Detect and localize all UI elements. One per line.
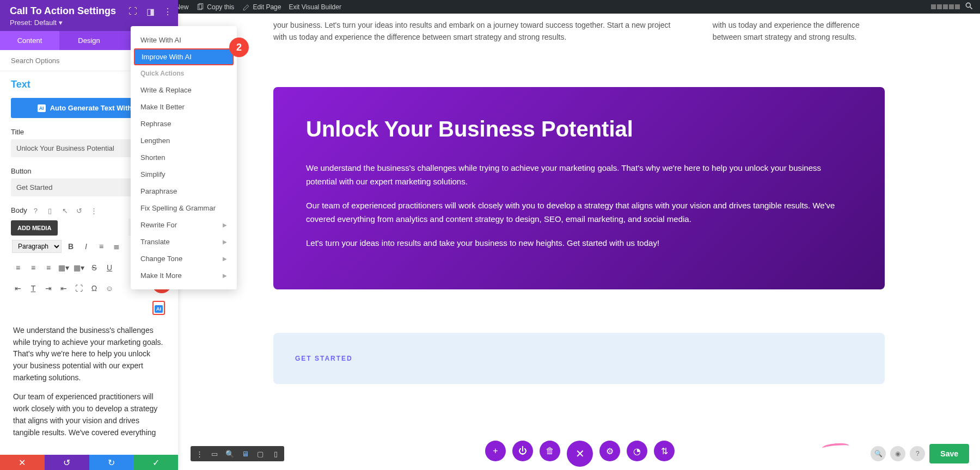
add-button[interactable]: + bbox=[485, 441, 506, 461]
more-icon[interactable]: ⋮ bbox=[195, 449, 204, 458]
search-icon[interactable] bbox=[965, 2, 976, 12]
align-center-icon[interactable]: ≡ bbox=[27, 262, 39, 274]
exit-vb-button[interactable]: Exit Visual Builder bbox=[289, 3, 341, 11]
trash-button[interactable]: 🗑 bbox=[540, 441, 560, 461]
menu-quick-actions-header: Quick Actions bbox=[131, 65, 237, 82]
edit-page-button[interactable]: Edit Page bbox=[242, 3, 281, 11]
fullscreen-icon[interactable]: ⛶ bbox=[73, 282, 85, 294]
align-left-icon[interactable]: ≡ bbox=[12, 262, 24, 274]
cancel-button[interactable]: ✕ bbox=[0, 455, 45, 470]
svg-point-5 bbox=[966, 3, 970, 7]
get-started-section[interactable]: GET STARTED bbox=[273, 333, 885, 384]
menu-rephrase[interactable]: Rephrase bbox=[131, 115, 237, 132]
menu-shorten[interactable]: Shorten bbox=[131, 149, 237, 166]
add-media-button[interactable]: ADD MEDIA bbox=[11, 220, 58, 236]
layers-icon[interactable]: ◉ bbox=[890, 446, 905, 461]
chevron-right-icon: ▶ bbox=[223, 239, 227, 245]
builder-bottom-bar: ⋮ ▭ 🔍 🖥 ▢ ▯ + ⏻ 🗑 ✕ ⚙ ◔ ⇅ 🔍 ◉ ? Save bbox=[191, 444, 969, 463]
menu-write-with-ai[interactable]: Write With AI bbox=[131, 32, 237, 48]
menu-rewrite-for[interactable]: Rewrite For▶ bbox=[131, 217, 237, 233]
menu-write-replace[interactable]: Write & Replace bbox=[131, 82, 237, 98]
indent-left-icon[interactable]: ⇥ bbox=[42, 282, 54, 294]
paragraph-select[interactable]: Paragraph bbox=[12, 240, 62, 253]
underline-icon[interactable]: U bbox=[103, 262, 115, 274]
menu-make-better[interactable]: Make It Better bbox=[131, 98, 237, 115]
zoom-icon[interactable]: 🔍 bbox=[225, 449, 234, 458]
menu-lengthen[interactable]: Lengthen bbox=[131, 132, 237, 149]
menu-fix-spelling[interactable]: Fix Spelling & Grammar bbox=[131, 200, 237, 217]
save-button[interactable]: ✓ bbox=[133, 455, 178, 470]
menu-make-it-more[interactable]: Make It More▶ bbox=[131, 267, 237, 284]
cta-paragraph: We understand the business's challenges … bbox=[306, 161, 852, 189]
cta-module[interactable]: Unlock Your Business Potential We unders… bbox=[273, 87, 885, 290]
indent-right-icon[interactable]: ⇤ bbox=[58, 282, 70, 294]
tab-content[interactable]: Content bbox=[0, 31, 59, 50]
ai-context-menu: Write With AI Improve With AI 2 Quick Ac… bbox=[131, 26, 237, 289]
settings-button[interactable]: ⚙ bbox=[599, 441, 620, 461]
menu-paraphrase[interactable]: Paraphrase bbox=[131, 183, 237, 200]
user-avatar[interactable] bbox=[930, 4, 960, 10]
close-builder-button[interactable]: ✕ bbox=[567, 441, 593, 467]
redo-button[interactable]: ↻ bbox=[89, 455, 134, 470]
dock-icon[interactable]: ◨ bbox=[145, 7, 155, 16]
menu-improve-with-ai[interactable]: Improve With AI bbox=[134, 48, 234, 65]
chevron-right-icon: ▶ bbox=[223, 256, 227, 262]
chevron-right-icon: ▶ bbox=[223, 273, 227, 279]
history-button[interactable]: ◔ bbox=[627, 441, 647, 461]
cta-paragraph: Let's turn your ideas into results and t… bbox=[306, 236, 852, 250]
ai-toolbar-button[interactable]: AI bbox=[152, 301, 165, 315]
help-icon[interactable]: ? bbox=[34, 207, 41, 214]
panel-footer: ✕ ↺ ↻ ✓ bbox=[0, 455, 178, 470]
number-list-icon[interactable]: ≣ bbox=[111, 240, 122, 252]
undo-button[interactable]: ↺ bbox=[45, 455, 89, 470]
help-icon[interactable]: ? bbox=[910, 446, 925, 461]
menu-simplify[interactable]: Simplify bbox=[131, 166, 237, 183]
phone-icon[interactable]: ▯ bbox=[271, 449, 280, 458]
more-icon[interactable]: ⋮ bbox=[163, 7, 173, 16]
omega-icon[interactable]: Ω bbox=[88, 282, 100, 294]
view-controls: ⋮ ▭ 🔍 🖥 ▢ ▯ bbox=[191, 446, 284, 461]
body-editor[interactable]: We understand the business's challenges … bbox=[11, 320, 167, 450]
sort-button[interactable]: ⇅ bbox=[654, 441, 675, 461]
preset-selector[interactable]: Preset: Default ▾ bbox=[10, 18, 168, 27]
strike-icon[interactable]: S bbox=[88, 262, 100, 274]
tab-design[interactable]: Design bbox=[59, 31, 119, 50]
color-icon[interactable]: ▦▾ bbox=[58, 262, 70, 274]
menu-translate[interactable]: Translate▶ bbox=[131, 233, 237, 250]
tablet-icon[interactable]: ▢ bbox=[256, 449, 265, 458]
emoji-icon[interactable]: ☺ bbox=[103, 282, 115, 294]
body-label: Body bbox=[11, 206, 27, 214]
preview-text-left: your business. Let's turn your ideas int… bbox=[273, 19, 680, 44]
wireframe-icon[interactable]: ▭ bbox=[210, 449, 219, 458]
align-right-icon[interactable]: ≡ bbox=[42, 262, 54, 274]
chevron-right-icon: ▶ bbox=[223, 222, 227, 228]
cursor-icon[interactable]: ↖ bbox=[62, 207, 70, 214]
more-icon[interactable]: ⋮ bbox=[90, 207, 98, 214]
bullet-list-icon[interactable]: ≡ bbox=[95, 240, 107, 252]
page-preview: your business. Let's turn your ideas int… bbox=[178, 14, 980, 470]
preview-text-right: with us today and experience the differe… bbox=[713, 19, 885, 44]
expand-icon[interactable]: ⛶ bbox=[128, 7, 138, 16]
desktop-icon[interactable]: 🖥 bbox=[241, 449, 249, 458]
table-icon[interactable]: ▦▾ bbox=[73, 262, 85, 274]
copy-button[interactable]: Copy this bbox=[196, 3, 234, 11]
clear-icon[interactable]: T bbox=[27, 282, 39, 294]
save-page-button[interactable]: Save bbox=[929, 444, 969, 463]
power-button[interactable]: ⏻ bbox=[512, 441, 533, 461]
find-icon[interactable]: 🔍 bbox=[871, 446, 886, 461]
cta-paragraph: Our team of experienced practitioners wi… bbox=[306, 199, 852, 226]
italic-icon[interactable]: I bbox=[80, 240, 92, 252]
annotation-marker-2: 2 bbox=[229, 38, 249, 57]
mobile-icon[interactable]: ▯ bbox=[48, 207, 56, 214]
bold-icon[interactable]: B bbox=[65, 240, 77, 252]
undo-icon[interactable]: ↺ bbox=[76, 207, 84, 214]
cta-heading: Unlock Your Business Potential bbox=[306, 117, 852, 141]
menu-change-tone[interactable]: Change Tone▶ bbox=[131, 250, 237, 267]
outdent-icon[interactable]: ⇤ bbox=[12, 282, 24, 294]
